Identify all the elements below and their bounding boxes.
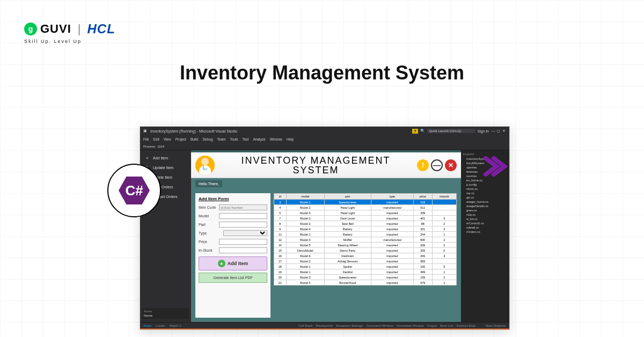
table-row[interactable]: 16Model 6Dashcamimported2063	[274, 253, 457, 259]
bottom-panel-error-list[interactable]: Error List	[440, 324, 453, 327]
menu-project[interactable]: Project	[175, 137, 186, 141]
label-price: Price	[199, 240, 219, 244]
table-row[interactable]: 11Model 1Batteryimported2441	[274, 232, 457, 237]
toolbar-process-pid: [104	[158, 145, 164, 148]
sidebar-item-add-item[interactable]: ≡Add Item	[142, 153, 189, 163]
table-row[interactable]: 17Model 2Airbag Sensorsimported583	[274, 259, 457, 264]
label-instock: In-Stock	[199, 248, 219, 252]
col-type[interactable]: type	[371, 194, 413, 200]
header-btn-close[interactable]: ✕	[445, 159, 457, 171]
select-type[interactable]	[223, 230, 267, 236]
decorative-chevron-icon	[483, 153, 515, 180]
minimize-icon[interactable]: —	[491, 129, 495, 133]
vs-logo-icon: ▣	[143, 129, 147, 133]
data-grid[interactable]: idmodelparttypepriceinstock 3Model 1Spee…	[274, 193, 457, 285]
bottom-panel-solution-expl---[interactable]: Solution Expl...	[456, 324, 478, 327]
label-part: Part	[199, 223, 219, 226]
tree-item[interactable]: anager_home.cs	[463, 200, 507, 204]
header-btn-minimize[interactable]: —	[431, 159, 443, 171]
table-row[interactable]: 21Model 5Bonnet/hoodimported5791	[274, 280, 457, 285]
table-row[interactable]: 3Model 1Speedometerimported216	[274, 200, 457, 205]
tree-item[interactable]: w_list.cs	[463, 217, 507, 221]
vs-titlebar: ▣ InventorySystem (Running) - Microsoft …	[140, 127, 509, 135]
menu-file[interactable]: File	[143, 137, 149, 141]
col-id[interactable]: id	[274, 194, 287, 200]
generate-pdf-button[interactable]: Generate Item List PDF	[199, 273, 267, 283]
menu-build[interactable]: Build	[191, 137, 198, 141]
table-row[interactable]: 8Model 2Seat Beltimported882	[274, 221, 457, 226]
autos-header: Autos	[144, 310, 187, 313]
logo-area: g GUVI | HCL Skill Up. Level Up	[24, 21, 115, 44]
input-model[interactable]	[219, 213, 267, 219]
tree-item[interactable]: p.config	[463, 182, 507, 187]
table-row[interactable]: 4Model 2Head Lightmanufactured511	[274, 205, 457, 210]
table-row[interactable]: 9Model 4Batteryimported2013	[274, 226, 457, 232]
menu-tools[interactable]: Tools	[230, 137, 238, 141]
col-instock[interactable]: instock	[432, 194, 456, 200]
team-explorer-tab[interactable]: Team Explorer	[485, 324, 506, 327]
input-price[interactable]	[219, 239, 267, 245]
guvi-icon: g	[24, 23, 37, 35]
page-title: Inventory Management System	[0, 62, 644, 84]
label-type: Type	[199, 231, 223, 235]
tree-item[interactable]: me.cs	[463, 191, 507, 195]
csharp-icon: C#	[119, 175, 150, 206]
menu-test[interactable]: Test	[243, 137, 249, 141]
bottom-tab-watch-1[interactable]: Watch 1	[170, 324, 181, 327]
bottom-tab-locals[interactable]: Locals	[156, 324, 165, 327]
table-row[interactable]: 5Model 3Head Lightimported339	[274, 210, 457, 216]
bottom-tab-autos[interactable]: Autos	[143, 324, 151, 327]
table-row[interactable]: 20Model 3Speedometerimported1592	[274, 275, 457, 280]
maximize-icon[interactable]: ◻	[496, 129, 501, 133]
tree-item[interactable]: nform.cs	[463, 187, 507, 191]
tree-item[interactable]: gin.cs	[463, 195, 507, 200]
hcl-text: HCL	[87, 21, 115, 36]
bottom-panel-breakpoints[interactable]: Breakpoints	[316, 324, 333, 327]
tree-item[interactable]: gram.cs	[463, 208, 507, 213]
col-part[interactable]: part	[324, 194, 371, 200]
quick-launch-input[interactable]: Quick Launch (Ctrl+Q)	[427, 129, 475, 133]
menu-view[interactable]: View	[164, 137, 171, 141]
input-part[interactable]	[219, 222, 267, 228]
guvi-text: GUVI	[40, 22, 71, 36]
tree-item[interactable]: nUp.cs	[463, 213, 507, 217]
close-icon[interactable]: ✕	[502, 129, 506, 133]
menu-help[interactable]: Help	[287, 137, 294, 141]
tree-item[interactable]: anagerDetails.cs	[463, 204, 507, 208]
notif-badge[interactable]: ?	[412, 129, 418, 134]
vs-title: InventorySystem (Running) - Microsoft Vi…	[150, 129, 237, 133]
form-panel: Add Item Form Item Code Model Part Type …	[195, 193, 270, 318]
menu-edit[interactable]: Edit	[153, 137, 159, 141]
table-row[interactable]: 18Model 1Spoilerimported1505	[274, 264, 457, 269]
menu-team[interactable]: Team	[217, 137, 226, 141]
table-row[interactable]: 19Model 1Decklidimported4991	[274, 269, 457, 275]
bottom-panel-output[interactable]: Output	[427, 324, 437, 327]
app-window: INVENTORY MANAGEMENT SYSTEM ! — ✕ Hello …	[191, 150, 461, 322]
vs-bottom-tabs: AutosLocalsWatch 1 Call StackBreakpoints…	[140, 322, 509, 328]
csharp-badge: C#	[107, 164, 161, 217]
bottom-panel-command-window[interactable]: Command Window	[366, 324, 393, 327]
hello-badge: Hello There,	[195, 180, 222, 187]
tree-item[interactable]: rOrders.cs	[463, 230, 507, 234]
table-row[interactable]: 12Model 3Mufflermanufactured8302	[274, 237, 457, 243]
tree-item[interactable]: erControl1.cs	[463, 221, 507, 225]
add-item-button[interactable]: +Add Item	[199, 257, 267, 270]
bottom-panel-call-stack[interactable]: Call Stack	[298, 324, 313, 327]
table-row[interactable]: 7Model 2Gear Leverimported4013	[274, 216, 457, 221]
app-header: INVENTORY MANAGEMENT SYSTEM ! — ✕	[191, 152, 461, 178]
autos-name-col: Name	[144, 314, 187, 317]
menu-window[interactable]: Window	[270, 137, 282, 141]
input-instock[interactable]	[219, 247, 267, 253]
table-row[interactable]: 14Model 5Steering Wheelimported3392	[274, 243, 457, 248]
menu-analyze[interactable]: Analyze	[253, 137, 266, 141]
table-row[interactable]: 15DemoModelDemo Partsimported2550	[274, 248, 457, 253]
menu-debug[interactable]: Debug	[202, 137, 213, 141]
col-price[interactable]: price	[414, 194, 433, 200]
sign-in-link[interactable]: Sign in	[478, 129, 489, 133]
col-model[interactable]: model	[286, 194, 324, 200]
tree-item[interactable]: ndetail.cs	[463, 225, 507, 230]
header-btn-1[interactable]: !	[417, 159, 429, 171]
app-title: INVENTORY MANAGEMENT SYSTEM	[219, 156, 413, 175]
bottom-panel-immediate-window[interactable]: Immediate Window	[397, 324, 424, 327]
bottom-panel-exception-settings[interactable]: Exception Settings	[336, 324, 363, 327]
